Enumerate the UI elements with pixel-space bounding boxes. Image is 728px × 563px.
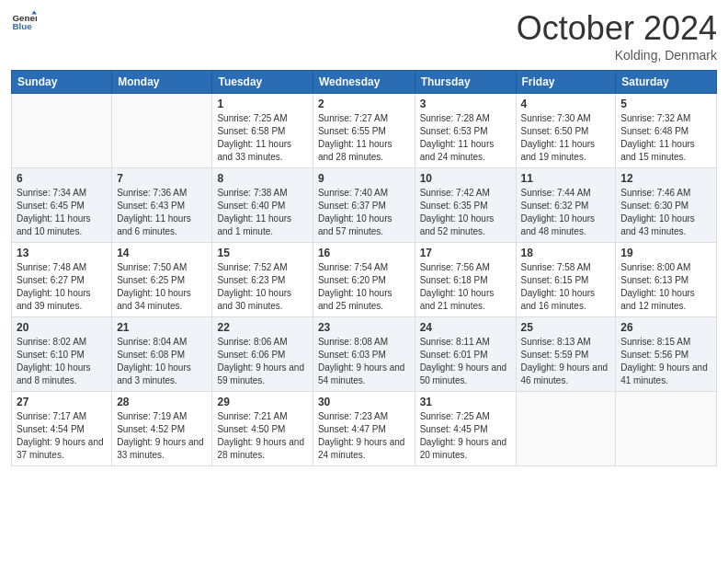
table-row: 5Sunrise: 7:32 AMSunset: 6:48 PMDaylight… [616, 94, 717, 168]
day-number: 22 [217, 321, 307, 334]
table-row: 22Sunrise: 8:06 AMSunset: 6:06 PMDayligh… [212, 317, 313, 392]
day-info: Sunrise: 7:28 AMSunset: 6:53 PMDaylight:… [420, 112, 511, 164]
table-row: 31Sunrise: 7:25 AMSunset: 4:45 PMDayligh… [415, 392, 516, 466]
table-row: 3Sunrise: 7:28 AMSunset: 6:53 PMDaylight… [415, 94, 516, 168]
table-row: 15Sunrise: 7:52 AMSunset: 6:23 PMDayligh… [212, 243, 313, 317]
day-number: 21 [117, 321, 207, 334]
day-number: 31 [420, 396, 511, 408]
month-title: October 2024 [517, 9, 717, 48]
day-number: 26 [620, 321, 711, 334]
day-info: Sunrise: 8:02 AMSunset: 6:10 PMDaylight:… [17, 336, 107, 387]
col-sunday: Sunday [12, 71, 112, 94]
day-number: 8 [217, 172, 307, 185]
day-info: Sunrise: 7:23 AMSunset: 4:47 PMDaylight:… [318, 410, 410, 462]
day-info: Sunrise: 7:32 AMSunset: 6:48 PMDaylight:… [620, 112, 711, 164]
header: General Blue October 2024 Kolding, Denma… [11, 9, 717, 63]
table-row: 24Sunrise: 8:11 AMSunset: 6:01 PMDayligh… [415, 317, 516, 392]
day-info: Sunrise: 7:21 AMSunset: 4:50 PMDaylight:… [217, 410, 307, 462]
day-number: 13 [17, 247, 107, 259]
day-info: Sunrise: 7:34 AMSunset: 6:45 PMDaylight:… [17, 187, 107, 238]
table-row: 30Sunrise: 7:23 AMSunset: 4:47 PMDayligh… [313, 392, 415, 466]
table-row: 10Sunrise: 7:42 AMSunset: 6:35 PMDayligh… [415, 168, 516, 243]
day-number: 30 [318, 396, 410, 408]
day-info: Sunrise: 7:17 AMSunset: 4:54 PMDaylight:… [17, 410, 107, 462]
table-row: 4Sunrise: 7:30 AMSunset: 6:50 PMDaylight… [516, 94, 616, 168]
day-number: 3 [420, 98, 511, 110]
logo-icon: General Blue [11, 9, 37, 35]
table-row: 27Sunrise: 7:17 AMSunset: 4:54 PMDayligh… [12, 392, 112, 466]
table-row: 6Sunrise: 7:34 AMSunset: 6:45 PMDaylight… [12, 168, 112, 243]
svg-text:Blue: Blue [12, 21, 32, 31]
day-info: Sunrise: 8:11 AMSunset: 6:01 PMDaylight:… [420, 336, 511, 387]
day-number: 2 [318, 98, 410, 110]
day-number: 4 [521, 98, 611, 110]
col-saturday: Saturday [616, 71, 717, 94]
day-number: 6 [17, 172, 107, 185]
day-number: 9 [318, 172, 410, 185]
table-row: 9Sunrise: 7:40 AMSunset: 6:37 PMDaylight… [313, 168, 415, 243]
day-number: 14 [117, 247, 207, 259]
day-info: Sunrise: 8:06 AMSunset: 6:06 PMDaylight:… [217, 336, 307, 387]
day-info: Sunrise: 8:15 AMSunset: 5:56 PMDaylight:… [620, 336, 711, 387]
table-row: 19Sunrise: 8:00 AMSunset: 6:13 PMDayligh… [616, 243, 717, 317]
table-row: 7Sunrise: 7:36 AMSunset: 6:43 PMDaylight… [112, 168, 212, 243]
day-info: Sunrise: 8:08 AMSunset: 6:03 PMDaylight:… [318, 336, 410, 387]
location-subtitle: Kolding, Denmark [517, 48, 717, 63]
day-number: 23 [318, 321, 410, 334]
day-number: 25 [521, 321, 611, 334]
day-number: 24 [420, 321, 511, 334]
day-info: Sunrise: 7:44 AMSunset: 6:32 PMDaylight:… [521, 187, 611, 238]
table-row: 20Sunrise: 8:02 AMSunset: 6:10 PMDayligh… [12, 317, 112, 392]
day-number: 20 [17, 321, 107, 334]
day-number: 1 [217, 98, 307, 110]
day-number: 11 [521, 172, 611, 185]
table-row: 2Sunrise: 7:27 AMSunset: 6:55 PMDaylight… [313, 94, 415, 168]
calendar-table: Sunday Monday Tuesday Wednesday Thursday… [11, 70, 717, 466]
day-number: 29 [217, 396, 307, 408]
calendar-week-row: 1Sunrise: 7:25 AMSunset: 6:58 PMDaylight… [12, 94, 717, 168]
title-section: October 2024 Kolding, Denmark [517, 9, 717, 63]
table-row: 16Sunrise: 7:54 AMSunset: 6:20 PMDayligh… [313, 243, 415, 317]
calendar-week-row: 13Sunrise: 7:48 AMSunset: 6:27 PMDayligh… [12, 243, 717, 317]
day-info: Sunrise: 7:50 AMSunset: 6:25 PMDaylight:… [117, 261, 207, 313]
table-row [616, 392, 717, 466]
col-tuesday: Tuesday [212, 71, 313, 94]
day-number: 10 [420, 172, 511, 185]
col-monday: Monday [112, 71, 212, 94]
day-info: Sunrise: 8:00 AMSunset: 6:13 PMDaylight:… [620, 261, 711, 313]
table-row: 12Sunrise: 7:46 AMSunset: 6:30 PMDayligh… [616, 168, 717, 243]
table-row: 21Sunrise: 8:04 AMSunset: 6:08 PMDayligh… [112, 317, 212, 392]
day-info: Sunrise: 7:25 AMSunset: 6:58 PMDaylight:… [217, 112, 307, 164]
day-info: Sunrise: 7:19 AMSunset: 4:52 PMDaylight:… [117, 410, 207, 462]
table-row: 14Sunrise: 7:50 AMSunset: 6:25 PMDayligh… [112, 243, 212, 317]
table-row: 13Sunrise: 7:48 AMSunset: 6:27 PMDayligh… [12, 243, 112, 317]
calendar-week-row: 20Sunrise: 8:02 AMSunset: 6:10 PMDayligh… [12, 317, 717, 392]
table-row [12, 94, 112, 168]
calendar-header-row: Sunday Monday Tuesday Wednesday Thursday… [12, 71, 717, 94]
day-info: Sunrise: 7:36 AMSunset: 6:43 PMDaylight:… [117, 187, 207, 238]
day-info: Sunrise: 7:48 AMSunset: 6:27 PMDaylight:… [17, 261, 107, 313]
table-row: 8Sunrise: 7:38 AMSunset: 6:40 PMDaylight… [212, 168, 313, 243]
col-friday: Friday [516, 71, 616, 94]
day-info: Sunrise: 7:42 AMSunset: 6:35 PMDaylight:… [420, 187, 511, 238]
day-info: Sunrise: 7:46 AMSunset: 6:30 PMDaylight:… [620, 187, 711, 238]
table-row: 26Sunrise: 8:15 AMSunset: 5:56 PMDayligh… [616, 317, 717, 392]
day-number: 19 [620, 247, 711, 259]
day-number: 27 [17, 396, 107, 408]
calendar-week-row: 27Sunrise: 7:17 AMSunset: 4:54 PMDayligh… [12, 392, 717, 466]
day-number: 16 [318, 247, 410, 259]
day-number: 7 [117, 172, 207, 185]
col-wednesday: Wednesday [313, 71, 415, 94]
logo: General Blue [11, 9, 37, 35]
table-row: 11Sunrise: 7:44 AMSunset: 6:32 PMDayligh… [516, 168, 616, 243]
calendar-week-row: 6Sunrise: 7:34 AMSunset: 6:45 PMDaylight… [12, 168, 717, 243]
day-info: Sunrise: 7:27 AMSunset: 6:55 PMDaylight:… [318, 112, 410, 164]
table-row: 28Sunrise: 7:19 AMSunset: 4:52 PMDayligh… [112, 392, 212, 466]
day-number: 5 [620, 98, 711, 110]
day-info: Sunrise: 7:54 AMSunset: 6:20 PMDaylight:… [318, 261, 410, 313]
table-row [516, 392, 616, 466]
day-number: 17 [420, 247, 511, 259]
day-number: 12 [620, 172, 711, 185]
calendar-container: General Blue October 2024 Kolding, Denma… [0, 0, 728, 477]
day-info: Sunrise: 7:38 AMSunset: 6:40 PMDaylight:… [217, 187, 307, 238]
